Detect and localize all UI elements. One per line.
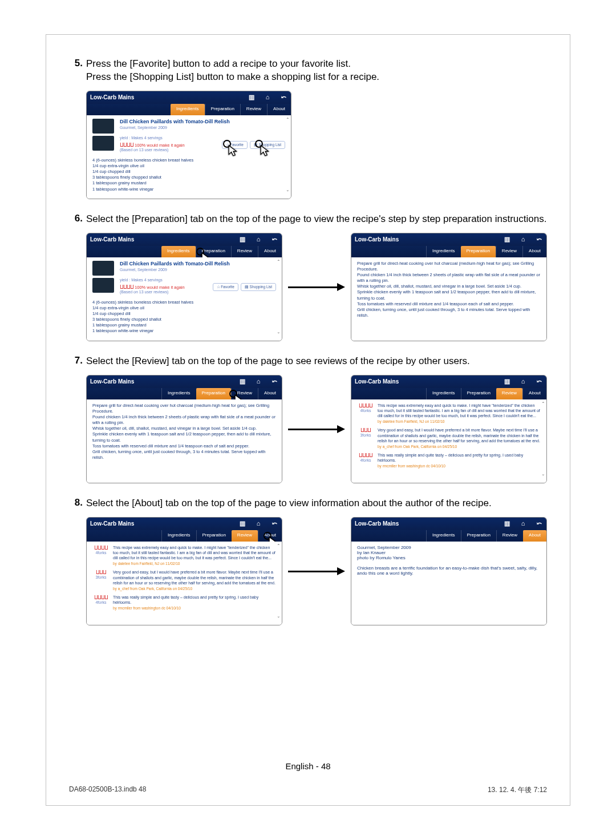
scroll-up-icon[interactable]: ˆ bbox=[278, 544, 279, 550]
cursor-ring-icon bbox=[229, 390, 237, 398]
review-text: This was really simple and quite tasty –… bbox=[113, 595, 258, 604]
ingredients-list: 4 (6-ounces) skinless boneless chicken b… bbox=[92, 300, 276, 334]
tab-review[interactable]: Review bbox=[240, 104, 267, 115]
review-body: ˆ ˇ ⵡⵡⵡⵡ4forks This recipe was extremely… bbox=[351, 399, 546, 483]
arrow-icon bbox=[288, 285, 345, 289]
cursor-ring-icon bbox=[196, 248, 204, 256]
cursor-ring-icon bbox=[264, 532, 271, 540]
tab-about[interactable]: About bbox=[523, 530, 546, 542]
tab-about[interactable]: About bbox=[522, 246, 546, 257]
preparation-body: Prepare grill for direct-heat cooking ov… bbox=[351, 257, 546, 341]
app-title: Low-Carb Mains bbox=[355, 236, 399, 243]
tab-preparation[interactable]: Preparation bbox=[196, 388, 231, 399]
tab-ingredients[interactable]: Ingredients bbox=[426, 246, 461, 257]
step-8-image-row: Low-Carb Mains▥⌂⤺ Ingredients Preparatio… bbox=[86, 517, 547, 625]
scroll-down-icon[interactable]: ˇ bbox=[287, 190, 289, 196]
scroll-down-icon[interactable]: ˇ bbox=[278, 332, 279, 338]
scroll-up-icon[interactable]: ˆ bbox=[542, 402, 544, 408]
save-icon[interactable]: ▥ bbox=[238, 236, 246, 243]
home-icon[interactable]: ⌂ bbox=[519, 236, 527, 243]
recipe-app-ingredients: Low-Carb Mains ▥ ⌂ ⤺ Ingredients Prepara… bbox=[86, 91, 291, 199]
back-icon[interactable]: ⤺ bbox=[270, 378, 278, 385]
home-icon[interactable]: ⌂ bbox=[254, 236, 262, 243]
recipe-thumbnail-2 bbox=[92, 278, 114, 293]
prep-line: Toss tomatoes with reserved dill mixture… bbox=[357, 301, 541, 307]
tab-ingredients[interactable]: Ingredients bbox=[171, 104, 205, 115]
tab-review[interactable]: Review bbox=[496, 388, 522, 399]
tab-review[interactable]: Review bbox=[231, 246, 258, 257]
tab-ingredients[interactable]: Ingredients bbox=[161, 246, 196, 257]
recipe-app-before-review: Low-Carb Mains▥⌂⤺ Ingredients Preparatio… bbox=[86, 375, 282, 483]
ingredient-item: 1/4 cup chopped dill bbox=[92, 311, 276, 317]
scroll-down-icon[interactable]: ˇ bbox=[542, 474, 544, 480]
tab-ingredients[interactable]: Ingredients bbox=[161, 530, 196, 542]
tab-preparation[interactable]: Preparation bbox=[461, 388, 496, 399]
tab-about[interactable]: About bbox=[267, 104, 291, 115]
save-icon[interactable]: ▥ bbox=[503, 520, 511, 527]
ingredient-item: 3 tablespoons finely chopped shallot bbox=[92, 317, 276, 322]
cursor-ring-icon bbox=[255, 140, 263, 148]
tab-about[interactable]: About bbox=[258, 388, 282, 399]
arrow-icon bbox=[288, 570, 345, 573]
tab-bar: Ingredients Preparation Review About bbox=[87, 104, 291, 115]
back-icon[interactable]: ⤺ bbox=[279, 94, 287, 101]
review-byline: by daletee from Fairfield, NJ on 11/02/1… bbox=[113, 562, 276, 566]
save-icon[interactable]: ▥ bbox=[248, 94, 256, 101]
tab-preparation[interactable]: Preparation bbox=[196, 530, 232, 542]
home-icon[interactable]: ⌂ bbox=[519, 520, 527, 527]
back-icon[interactable]: ⤺ bbox=[535, 236, 543, 243]
save-icon[interactable]: ▥ bbox=[503, 378, 511, 385]
review-item: ⵡⵡⵡ3forks Very good and easy, but I woul… bbox=[357, 427, 541, 449]
tab-ingredients[interactable]: Ingredients bbox=[426, 388, 461, 399]
ingredient-item: 1/4 cup extra-virgin olive oil bbox=[92, 163, 285, 169]
cursor-ring-icon bbox=[223, 140, 231, 148]
home-icon[interactable]: ⌂ bbox=[519, 378, 527, 385]
shopping-list-button[interactable]: ▤ Shopping List bbox=[241, 283, 276, 291]
recipe-title: Dill Chicken Paillards with Tomato-Dill … bbox=[120, 119, 285, 124]
tab-about[interactable]: About bbox=[258, 246, 282, 257]
step-7: 7. Select the [Review] tab on the top of… bbox=[69, 355, 547, 368]
prep-line: Sprinkle chicken evenly with 1 teaspoon … bbox=[357, 289, 541, 301]
tab-preparation[interactable]: Preparation bbox=[461, 246, 496, 257]
back-icon[interactable]: ⤺ bbox=[270, 236, 278, 243]
back-icon[interactable]: ⤺ bbox=[535, 378, 543, 385]
about-byline: by Ian Knauer bbox=[357, 550, 541, 555]
review-text: Very good and easy, but I would have pre… bbox=[378, 428, 540, 442]
ingredient-item: 3 tablespoons finely chopped shallot bbox=[92, 175, 285, 180]
step-7-image-row: Low-Carb Mains▥⌂⤺ Ingredients Preparatio… bbox=[86, 375, 547, 483]
recipe-title: Dill Chicken Paillards with Tomato-Dill … bbox=[120, 261, 276, 266]
about-blurb: Chicken breasts are a terrific foundatio… bbox=[357, 566, 541, 576]
home-icon[interactable]: ⌂ bbox=[254, 520, 262, 527]
step-8: 8. Select the [About] tab on the top of … bbox=[69, 497, 547, 510]
scroll-down-icon[interactable]: ˇ bbox=[278, 616, 279, 623]
ingredient-item: 1 tablespoon white-wine vinegar bbox=[92, 187, 285, 192]
tab-about[interactable]: About bbox=[522, 388, 546, 399]
tab-preparation[interactable]: Preparation bbox=[205, 104, 240, 115]
tab-ingredients[interactable]: Ingredients bbox=[161, 388, 196, 399]
home-icon[interactable]: ⌂ bbox=[254, 378, 262, 385]
recipe-yield: yield : Makes 4 servings bbox=[120, 278, 209, 282]
app-title: Low-Carb Mains bbox=[90, 94, 134, 100]
step-5-line-a: Press the [Favorite] button to add a rec… bbox=[86, 58, 351, 69]
about-body: Gourmet, September 2009 by Ian Knauer ph… bbox=[351, 542, 546, 625]
tab-preparation[interactable]: Preparation bbox=[461, 530, 496, 542]
step-5: 5. Press the [Favorite] button to add a … bbox=[69, 58, 547, 84]
scroll-up-icon[interactable]: ˆ bbox=[287, 118, 289, 124]
tab-ingredients[interactable]: Ingredients bbox=[426, 530, 461, 542]
favorite-button[interactable]: ☆ Favorite bbox=[213, 283, 238, 291]
save-icon[interactable]: ▥ bbox=[238, 520, 246, 527]
back-icon[interactable]: ⤺ bbox=[535, 520, 543, 527]
review-item: ⵡⵡⵡⵡ4forks This recipe was extremely eas… bbox=[92, 545, 276, 567]
save-icon[interactable]: ▥ bbox=[238, 378, 246, 385]
save-icon[interactable]: ▥ bbox=[503, 236, 511, 243]
footer-right: 13. 12. 4. 午後 7:12 bbox=[488, 785, 547, 795]
fork-rating-icon: ⵡⵡⵡ bbox=[357, 427, 374, 433]
scroll-up-icon[interactable]: ˆ bbox=[278, 260, 279, 266]
ingredient-item: 1 tablespoon grainy mustard bbox=[92, 322, 276, 328]
tab-review[interactable]: Review bbox=[496, 530, 523, 542]
home-icon[interactable]: ⌂ bbox=[264, 94, 271, 101]
tab-review[interactable]: Review bbox=[496, 246, 522, 257]
back-icon[interactable]: ⤺ bbox=[270, 520, 278, 527]
fork-rating-icon: ⵡⵡⵡⵡ bbox=[357, 453, 374, 458]
tab-review[interactable]: Review bbox=[232, 530, 258, 542]
